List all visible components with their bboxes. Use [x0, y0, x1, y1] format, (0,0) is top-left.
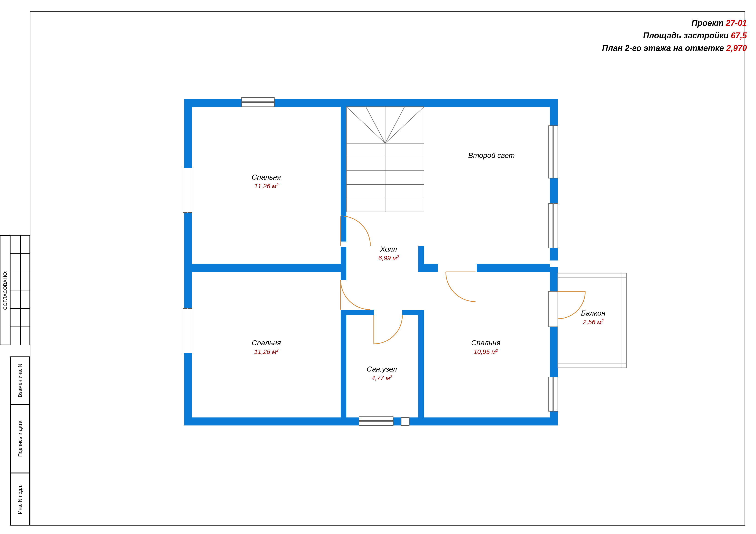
room-label-bedroom-br: Спальня [471, 339, 500, 347]
svg-rect-4 [409, 418, 558, 425]
room-label-balcony: Балкон [581, 309, 606, 318]
svg-rect-31 [188, 168, 192, 213]
room-area-hall: 6,99 м2 [378, 255, 399, 262]
room-label-bedroom-bl: Спальня [252, 339, 281, 347]
svg-rect-16 [340, 310, 346, 418]
svg-rect-6 [184, 213, 192, 309]
walls [184, 99, 558, 425]
svg-rect-0 [184, 99, 242, 107]
svg-rect-36 [549, 203, 553, 248]
svg-rect-38 [549, 377, 553, 411]
svg-rect-27 [418, 246, 424, 264]
svg-rect-35 [554, 126, 558, 178]
svg-rect-11 [550, 267, 558, 291]
room-area-wc: 4,77 м2 [371, 374, 392, 382]
svg-rect-39 [554, 377, 558, 411]
svg-rect-8 [550, 99, 558, 126]
room-label-void: Второй свет [468, 151, 515, 160]
svg-rect-13 [550, 411, 558, 425]
room-label-bedroom-tl: Спальня [252, 173, 281, 181]
svg-rect-12 [550, 327, 558, 377]
openings [183, 98, 558, 425]
svg-rect-10 [550, 248, 558, 261]
svg-rect-2 [184, 418, 359, 425]
svg-rect-9 [550, 178, 558, 203]
svg-rect-47 [549, 291, 558, 327]
svg-rect-24 [418, 310, 424, 418]
svg-rect-1 [274, 99, 558, 107]
staircase [346, 107, 424, 212]
svg-rect-3 [393, 418, 401, 425]
svg-rect-28 [242, 98, 274, 102]
svg-rect-18 [192, 264, 346, 272]
svg-rect-37 [554, 203, 558, 248]
room-area-balcony: 2,56 м2 [583, 318, 604, 326]
svg-rect-42 [401, 418, 409, 425]
svg-rect-32 [183, 309, 187, 353]
floor-plan [0, 0, 756, 534]
svg-rect-23 [418, 264, 424, 271]
room-area-bedroom-br: 10,95 м2 [474, 348, 498, 356]
balcony-door [549, 291, 558, 327]
room-area-bedroom-tl: 11,26 м2 [254, 183, 279, 190]
svg-rect-29 [242, 103, 274, 107]
svg-rect-25 [340, 310, 374, 315]
room-label-hall: Холл [380, 245, 397, 253]
svg-line-56 [346, 107, 385, 143]
svg-line-57 [385, 107, 424, 143]
svg-rect-7 [184, 353, 192, 425]
svg-rect-20 [477, 264, 550, 272]
svg-rect-40 [359, 416, 393, 420]
svg-rect-5 [184, 99, 192, 168]
room-area-bedroom-bl: 11,26 м2 [254, 348, 279, 356]
svg-line-59 [366, 107, 385, 143]
svg-rect-41 [359, 421, 393, 425]
room-label-wc: Сан.узел [366, 365, 397, 373]
svg-rect-30 [183, 168, 187, 213]
svg-rect-14 [340, 107, 346, 242]
svg-line-58 [385, 107, 405, 143]
svg-rect-34 [549, 126, 553, 178]
svg-rect-26 [402, 310, 424, 315]
svg-rect-33 [188, 309, 192, 353]
